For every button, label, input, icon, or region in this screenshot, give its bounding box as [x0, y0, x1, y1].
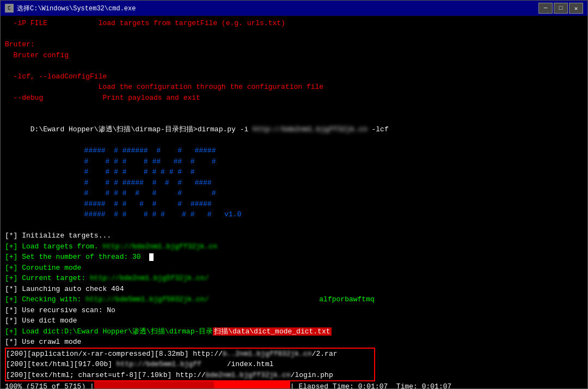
logo-line: ##### # ###### # # ##### — [76, 145, 583, 156]
titlebar: C 选择C:\Windows\System32\cmd.exe ─ □ ✕ — [1, 1, 587, 16]
terminal-line: --debug Print payloads and exit — [5, 93, 583, 104]
logo-line: # # # # # ## ## # # — [76, 156, 583, 167]
status-thread: [+] Set the number of thread: 30 — [5, 252, 583, 263]
maximize-button[interactable]: □ — [554, 3, 568, 14]
status-checking: [+] Checking with: http://bde5mm1.bjgf50… — [5, 294, 583, 305]
command-end: -lcf — [367, 125, 389, 133]
status-target: [+] Current target: http://bde2nm1.bjg5f… — [5, 273, 583, 284]
ascii-logo: ##### # ###### # # ##### # # # # # ## ##… — [76, 145, 583, 220]
logo-line-version: ##### # # # # # # # # v1.0 — [76, 209, 583, 220]
terminal-line: -lcf, --loadConfigFile — [5, 71, 583, 82]
logo-line: ##### # # # # # ##### — [76, 199, 583, 210]
window-controls[interactable]: ─ □ ✕ — [538, 3, 583, 14]
status-recursive: [*] Use recursive scan: No — [5, 305, 583, 316]
terminal-line: Load the configuration through the confi… — [5, 82, 583, 93]
terminal-line — [5, 220, 583, 231]
terminal-line: -iP FILE load targets from targetFile (e… — [5, 18, 583, 29]
logo-line: # # # ##### # # # #### — [76, 178, 583, 189]
status-loaddict: [+] Load dict:D:\Eward Hopper\渗透\扫描\dirm… — [5, 326, 583, 337]
status-init: [*] Initialize targets... — [5, 230, 583, 241]
logo-line: # # # # # # # # # # — [76, 167, 583, 178]
results-box: [200][application/x-rar-compressed][8.32… — [5, 348, 375, 382]
minimize-button[interactable]: ─ — [538, 3, 553, 14]
result-line-1: [200][application/x-rar-compressed][8.32… — [6, 349, 374, 360]
command-line: D:\Eward Hopper\渗透\扫描\dirmap-目录扫描>dirmap… — [5, 114, 583, 146]
progress-line: 100% (5715 of 5715) | ##################… — [5, 381, 583, 388]
status-load: [+] Load targets from. http://bde2nm1.bj… — [5, 241, 583, 252]
terminal-line: Bruter: — [5, 39, 583, 50]
logo-line: # # # # # # # # — [76, 188, 583, 199]
command-url: http://bde2nm1.bjgff32jk.cn — [253, 125, 367, 133]
cmd-window: C 选择C:\Windows\System32\cmd.exe ─ □ ✕ -i… — [0, 0, 588, 389]
terminal-line — [5, 29, 583, 40]
command-prompt: D:\Eward Hopper\渗透\扫描\dirmap-目录扫描> — [30, 125, 198, 133]
terminal-content: -iP FILE load targets from targetFile (e… — [1, 16, 587, 388]
status-coroutine: [+] Coroutine mode — [5, 263, 583, 273]
terminal-line — [5, 103, 583, 114]
window-title: 选择C:\Windows\System32\cmd.exe — [17, 4, 538, 13]
command-text: dirmap.py -i — [198, 125, 253, 133]
result-line-3: [200][text/html; charset=utf-8][7.10kb] … — [6, 370, 374, 381]
result-line-2: [200][text/html][917.00b] http://bde5mm1… — [6, 359, 374, 370]
terminal-line: Bruter config — [5, 50, 583, 61]
results-section: [+] Load dict:D:\Eward Hopper\渗透\扫描\dirm… — [5, 326, 583, 389]
window-icon: C — [5, 4, 14, 13]
status-check404: [*] Launching auto check 404 — [5, 284, 583, 295]
terminal-line — [5, 60, 583, 71]
status-dict: [*] Use dict mode — [5, 315, 583, 326]
close-button[interactable]: ✕ — [569, 3, 583, 14]
status-crawl: [*] Use crawl mode — [5, 337, 583, 348]
